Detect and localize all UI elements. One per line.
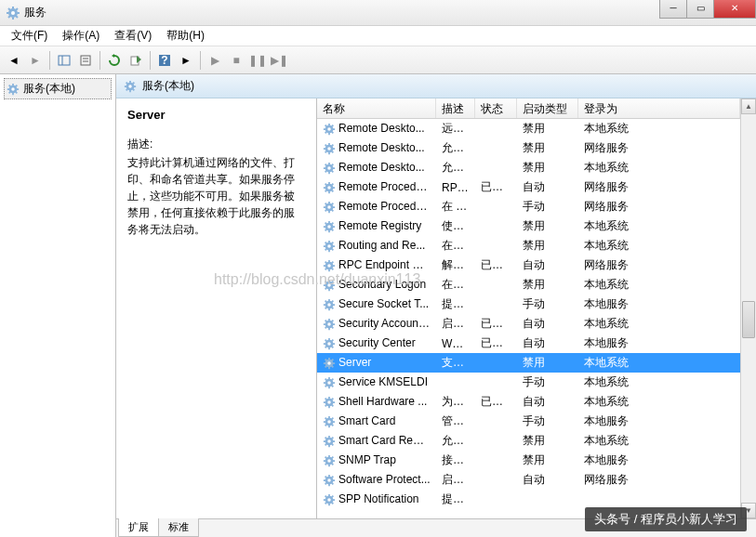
service-row[interactable]: Routing and Re...在局...禁用本地系统 xyxy=(317,236,740,255)
menu-file[interactable]: 文件(F) xyxy=(4,26,55,46)
service-startup: 禁用 xyxy=(517,238,578,254)
tree-node-services-local[interactable]: 服务(本地) xyxy=(4,78,112,99)
scroll-up-button[interactable]: ▲ xyxy=(741,98,756,114)
service-name: Remote Procedu... xyxy=(338,200,431,213)
service-row[interactable]: Shell Hardware ...为自...已启动自动本地系统 xyxy=(317,392,740,412)
service-list: 名称 描述 状态 启动类型 登录为 Remote Deskto...远程...禁… xyxy=(316,98,740,518)
service-row[interactable]: RPC Endpoint M...解析...已启动自动网络服务 xyxy=(317,255,740,275)
column-startup[interactable]: 启动类型 xyxy=(517,98,578,118)
service-desc: RPC... xyxy=(436,181,475,194)
column-description[interactable]: 描述 xyxy=(436,98,475,118)
menu-help[interactable]: 帮助(H) xyxy=(159,26,212,46)
properties-button[interactable] xyxy=(75,50,96,71)
service-row[interactable]: Software Protect...启用...自动网络服务 xyxy=(317,470,740,490)
export-button[interactable] xyxy=(126,50,146,71)
service-name: Remote Procedu... xyxy=(338,180,431,193)
gear-icon xyxy=(323,474,336,487)
service-startup: 禁用 xyxy=(517,160,578,176)
service-status: 已启动 xyxy=(475,257,517,273)
footer-credit: 头条号 / 程序员小新人学习 xyxy=(585,507,747,531)
title-bar: 服务 ─ ▭ ✕ xyxy=(0,0,756,26)
restart-button[interactable]: ▶❚ xyxy=(269,50,289,71)
content-header-title: 服务(本地) xyxy=(142,78,194,94)
menu-action[interactable]: 操作(A) xyxy=(55,26,107,46)
svg-rect-2 xyxy=(59,56,70,65)
service-desc: 管理... xyxy=(436,413,475,429)
service-row[interactable]: Secondary Logon在不...禁用本地系统 xyxy=(317,275,740,295)
service-row[interactable]: Smart Card Rem...允许...禁用本地系统 xyxy=(317,431,740,451)
column-name[interactable]: 名称 xyxy=(317,98,436,118)
menu-bar: 文件(F) 操作(A) 查看(V) 帮助(H) xyxy=(0,26,756,46)
gear-icon xyxy=(7,83,20,96)
service-row[interactable]: Server支持...禁用本地系统 xyxy=(317,353,740,373)
gear-icon xyxy=(323,220,336,233)
menu-view[interactable]: 查看(V) xyxy=(107,26,159,46)
service-row[interactable]: Remote Deskto...远程...禁用本地系统 xyxy=(317,119,740,138)
service-desc: 允许... xyxy=(436,433,475,449)
service-startup: 禁用 xyxy=(517,433,578,449)
service-name: Remote Deskto... xyxy=(338,161,425,174)
service-row[interactable]: Remote Procedu...RPC...已启动自动网络服务 xyxy=(317,177,740,197)
service-logon: 本地服务 xyxy=(578,296,740,312)
service-name: Smart Card Rem... xyxy=(338,434,431,447)
service-name: Remote Deskto... xyxy=(338,141,425,154)
tab-extended[interactable]: 扩展 xyxy=(118,518,159,537)
vertical-scrollbar[interactable]: ▲ ▼ xyxy=(740,98,756,518)
pause-button[interactable]: ❚❚ xyxy=(247,50,268,71)
gear-icon xyxy=(323,493,336,506)
service-startup: 禁用 xyxy=(517,355,578,371)
refresh-button[interactable] xyxy=(104,50,125,71)
service-logon: 本地系统 xyxy=(578,160,740,176)
gear-icon xyxy=(323,181,336,194)
service-row[interactable]: Service KMSELDI手动本地系统 xyxy=(317,373,740,392)
help-button[interactable]: ? xyxy=(154,50,175,71)
show-hide-tree-button[interactable] xyxy=(54,50,74,71)
service-row[interactable]: Security CenterWSC...已启动自动本地服务 xyxy=(317,334,740,353)
service-row[interactable]: SPP Notification提供... xyxy=(317,490,740,509)
help-arrow-button[interactable]: ► xyxy=(176,50,196,71)
service-row[interactable]: Smart Card管理...手动本地服务 xyxy=(317,412,740,431)
service-name: Smart Card xyxy=(338,414,395,427)
gear-icon xyxy=(323,240,336,253)
play-button[interactable]: ▶ xyxy=(205,50,225,71)
gear-icon xyxy=(323,259,336,272)
service-row[interactable]: SNMP Trap接收...禁用本地服务 xyxy=(317,451,740,470)
service-row[interactable]: Security Account...启动...已启动自动本地系统 xyxy=(317,314,740,334)
service-logon: 本地系统 xyxy=(578,374,740,390)
service-name: Security Account... xyxy=(338,317,431,330)
service-logon: 本地服务 xyxy=(578,413,740,429)
service-desc: 在不... xyxy=(436,277,475,293)
service-desc: 远程... xyxy=(436,121,475,137)
service-row[interactable]: Remote Deskto...允许...禁用本地系统 xyxy=(317,158,740,177)
service-startup: 自动 xyxy=(517,472,578,488)
selected-service-name: Server xyxy=(127,108,305,122)
service-desc: 启动... xyxy=(436,316,475,332)
minimize-button[interactable]: ─ xyxy=(659,0,687,19)
service-logon: 本地服务 xyxy=(578,452,740,468)
column-logon[interactable]: 登录为 xyxy=(578,98,740,118)
service-startup: 自动 xyxy=(517,394,578,410)
back-button[interactable]: ◄ xyxy=(4,50,24,71)
close-button[interactable]: ✕ xyxy=(713,0,756,19)
service-name: SPP Notification xyxy=(338,492,419,505)
service-name: Remote Deskto... xyxy=(338,122,425,135)
scroll-thumb[interactable] xyxy=(742,301,755,338)
service-name: Secure Socket T... xyxy=(338,297,429,310)
service-desc: 允许... xyxy=(436,140,475,156)
forward-button[interactable]: ► xyxy=(25,50,46,71)
service-row[interactable]: Secure Socket T...提供...手动本地服务 xyxy=(317,295,740,314)
service-logon: 本地服务 xyxy=(578,335,740,351)
service-row[interactable]: Remote Procedu...在 W...手动网络服务 xyxy=(317,197,740,216)
service-row[interactable]: Remote Registry使远...禁用本地系统 xyxy=(317,216,740,236)
maximize-button[interactable]: ▭ xyxy=(686,0,714,19)
gear-icon xyxy=(323,298,336,311)
gear-icon xyxy=(323,454,336,467)
service-desc: WSC... xyxy=(436,337,475,350)
service-logon: 本地系统 xyxy=(578,316,740,332)
tab-standard[interactable]: 标准 xyxy=(158,518,199,537)
service-row[interactable]: Remote Deskto...允许...禁用网络服务 xyxy=(317,138,740,158)
app-icon xyxy=(6,6,20,20)
service-startup: 自动 xyxy=(517,335,578,351)
column-status[interactable]: 状态 xyxy=(475,98,517,118)
stop-button[interactable]: ■ xyxy=(226,50,246,71)
